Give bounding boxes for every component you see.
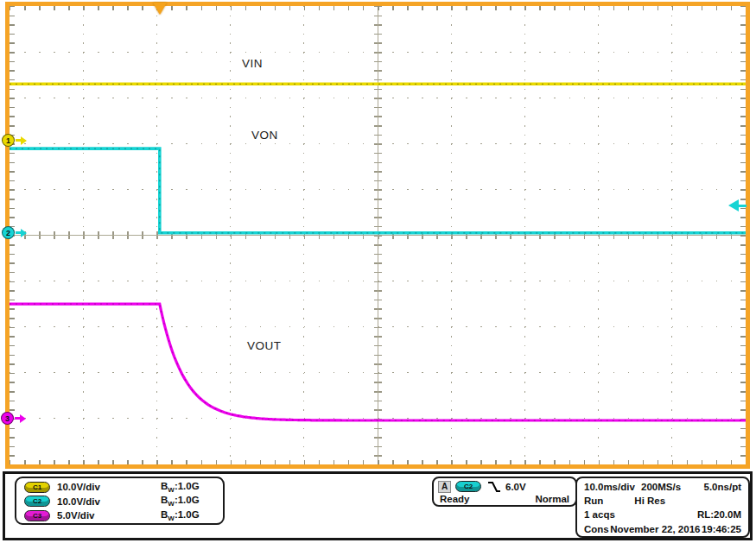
channel-readout-box[interactable]: C1 10.0V/div BW:1.0G C2 10.0V/div BW:1.0…: [15, 477, 225, 525]
timebase-readout-box[interactable]: 10.0ms/div 200MS/s 5.0ns/pt Run Hi Res 1…: [575, 477, 750, 538]
sample-resolution: 5.0ns/pt: [704, 482, 741, 492]
trace-noise-von: [10, 148, 746, 233]
trigger-level-value: 6.0V: [505, 482, 526, 492]
time-value: 19:46:25: [702, 524, 741, 534]
channel3-badge[interactable]: C3: [24, 510, 50, 521]
timebase-row-acq: 1 acqs RL:20.0M: [584, 508, 741, 521]
channel3-marker-label: 3: [1, 412, 14, 425]
date-value: November 22, 2016: [610, 524, 700, 534]
trace-noise-vout: [10, 304, 746, 420]
trigger-level-arrowhead: [728, 199, 739, 212]
channel3-scale: 5.0V/div: [57, 510, 154, 521]
oscilloscope-screen: VIN VON VOUT 1 2 3 C1 10.0V/div BW:1.0G: [0, 0, 756, 543]
trace-vout: [10, 304, 746, 420]
channel2-scale: 10.0V/div: [57, 496, 154, 507]
trace-von: [10, 148, 746, 233]
channel1-marker-label: 1: [2, 134, 15, 147]
waveform-canvas: [10, 6, 746, 464]
run-state: Run: [584, 496, 603, 506]
timebase-scale: 10.0ms/div: [584, 482, 641, 492]
trigger-status-row: Ready Normal: [434, 494, 575, 504]
channel2-readout-row[interactable]: C2 10.0V/div BW:1.0G: [16, 495, 223, 509]
timebase-row-date: Cons November 22, 2016 19:46:25: [584, 522, 741, 536]
acquisition-mode: Hi Res: [634, 496, 665, 506]
falling-edge-icon: [487, 480, 501, 493]
trigger-level-arrow-tail: [739, 205, 746, 207]
sample-rate: 200MS/s: [641, 482, 681, 492]
trigger-level-arrow[interactable]: [728, 199, 746, 212]
timebase-row-scale: 10.0ms/div 200MS/s 5.0ns/pt: [584, 480, 741, 494]
trigger-settings-row: A C2 6.0V: [434, 478, 575, 493]
channel2-reference-marker[interactable]: 2: [2, 226, 27, 239]
trace-label-vout: VOUT: [247, 339, 282, 352]
trigger-state: Ready: [440, 494, 470, 504]
trace-label-von: VON: [251, 129, 278, 142]
channel2-badge[interactable]: C2: [24, 496, 50, 507]
channel1-reference-marker[interactable]: 1: [2, 134, 27, 147]
channel1-badge[interactable]: C1: [24, 482, 50, 493]
channel2-marker-arrowhead: [21, 229, 27, 237]
plot-area: VIN VON VOUT: [10, 6, 746, 464]
trigger-position-marker[interactable]: [153, 3, 167, 15]
timebase-row-run: Run Hi Res: [584, 494, 741, 508]
channel3-bandwidth: BW:1.0G: [161, 509, 200, 522]
channel1-scale: 10.0V/div: [57, 482, 154, 492]
console-prefix: Cons: [584, 524, 609, 534]
trigger-bus-badge[interactable]: A: [438, 481, 451, 493]
trigger-mode: Normal: [535, 494, 569, 504]
record-length: RL:20.0M: [697, 509, 741, 520]
channel1-readout-row[interactable]: C1 10.0V/div BW:1.0G: [16, 480, 223, 495]
channel1-bandwidth: BW:1.0G: [161, 481, 200, 494]
channel3-marker-arrowhead: [20, 414, 26, 423]
trigger-source-badge[interactable]: C2: [455, 481, 481, 492]
graticule-frame: VIN VON VOUT: [5, 2, 750, 469]
channel3-reference-marker[interactable]: 3: [1, 412, 26, 425]
readout-bar: C1 10.0V/div BW:1.0G C2 10.0V/div BW:1.0…: [3, 471, 753, 540]
channel3-readout-row[interactable]: C3 5.0V/div BW:1.0G: [16, 508, 223, 523]
acquisition-count: 1 acqs: [584, 509, 615, 520]
trigger-readout-box[interactable]: A C2 6.0V Ready Normal: [432, 477, 577, 507]
channel2-bandwidth: BW:1.0G: [161, 495, 200, 508]
channel2-marker-label: 2: [2, 226, 15, 239]
trace-label-vin: VIN: [242, 57, 263, 70]
channel1-marker-arrowhead: [21, 136, 27, 145]
